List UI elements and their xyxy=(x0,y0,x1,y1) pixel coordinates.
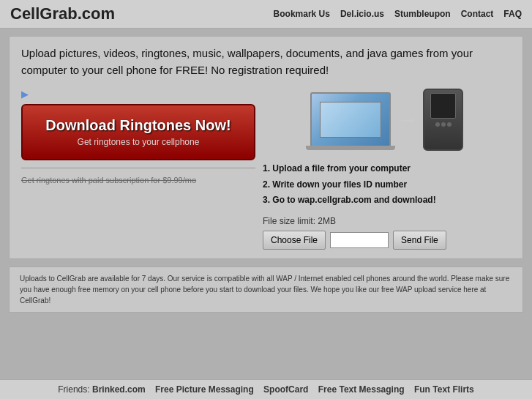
file-limit: File size limit: 2MB xyxy=(263,216,511,226)
nav-stumbleupon[interactable]: Stumbleupon xyxy=(394,9,451,19)
phone-btn-1 xyxy=(435,122,440,127)
step-1: 1. Upload a file from your computer xyxy=(263,161,511,177)
footer-link-flirts[interactable]: Fun Text Flirts xyxy=(414,384,474,395)
arrow-icon: → xyxy=(397,108,417,132)
ad-subtitle: Get ringtones to your cellphone xyxy=(37,137,239,147)
strikethrough-text: Get ringtones with paid subscription for… xyxy=(21,176,255,184)
phone-image xyxy=(423,89,463,151)
main-content: Upload pictures, videos, ringtones, musi… xyxy=(9,36,523,259)
nav-links: Bookmark Us Del.icio.us Stumbleupon Cont… xyxy=(274,9,522,19)
nav-faq[interactable]: FAQ xyxy=(503,9,522,19)
step-2: 2. Write down your files ID number xyxy=(263,177,511,193)
nav-delicious[interactable]: Del.icio.us xyxy=(340,9,384,19)
ad-banner[interactable]: Download Ringtones Now! Get ringtones to… xyxy=(21,104,255,160)
divider xyxy=(21,168,255,168)
left-panel: ▶ Download Ringtones Now! Get ringtones … xyxy=(21,89,255,250)
phone-screen xyxy=(430,93,455,119)
file-input-box xyxy=(330,232,389,248)
file-upload-row: Choose File Send File xyxy=(263,231,511,250)
laptop-phone-area: → xyxy=(263,89,511,151)
logo: CellGrab.com xyxy=(10,4,115,23)
headline: Upload pictures, videos, ringtones, musi… xyxy=(21,45,511,78)
phone-buttons xyxy=(435,122,452,127)
step-3: 3. Go to wap.cellgrab.com and download! xyxy=(263,193,511,209)
steps: 1. Upload a file from your computer 2. W… xyxy=(263,161,511,209)
nav-contact[interactable]: Contact xyxy=(461,9,494,19)
phone-btn-3 xyxy=(447,122,452,127)
choose-file-button[interactable]: Choose File xyxy=(263,231,326,250)
send-file-button[interactable]: Send File xyxy=(393,231,446,250)
top-bar: CellGrab.com Bookmark Us Del.icio.us Stu… xyxy=(0,0,532,29)
right-panel: → 1. Upload a file from your computer 2.… xyxy=(263,89,511,250)
laptop-image xyxy=(310,92,391,147)
ad-icon-symbol: ▶ xyxy=(21,89,28,100)
laptop-screen xyxy=(320,102,382,138)
nav-bookmark[interactable]: Bookmark Us xyxy=(274,9,330,19)
ad-small-icon: ▶ xyxy=(21,89,255,100)
footer-link-picture[interactable]: Free Picture Messaging xyxy=(155,384,254,395)
footer: Friends: Brinked.com Free Picture Messag… xyxy=(0,379,532,399)
phone-btn-2 xyxy=(441,122,446,127)
ad-title: Download Ringtones Now! xyxy=(37,117,239,134)
footer-link-spoof[interactable]: SpoofCard xyxy=(263,384,308,395)
footer-link-text[interactable]: Free Text Messaging xyxy=(318,384,405,395)
footer-link-brinked[interactable]: Brinked.com xyxy=(92,384,146,395)
footer-prefix: Friends: xyxy=(58,384,89,395)
disclaimer: Uploads to CellGrab are available for 7 … xyxy=(9,266,523,313)
